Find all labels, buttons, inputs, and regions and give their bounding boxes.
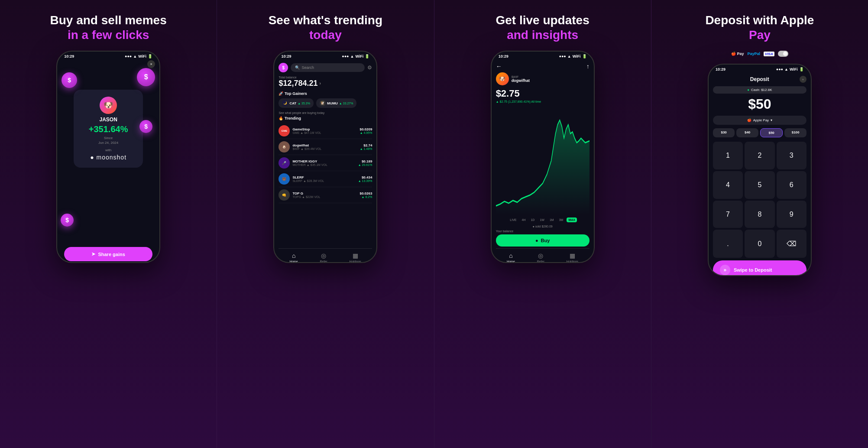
mother-price: $0.189 ▲ 20.61% <box>358 159 372 166</box>
coin-change: ▲ $2.75 (1,237,890.41%) All time <box>496 100 589 103</box>
preset-50[interactable]: $50 <box>760 128 783 137</box>
search-input[interactable]: 🔍 Search <box>291 63 365 72</box>
phone4-content: Deposit × ● Cash: $12.8K $50 🍎 Apple Pay… <box>709 72 811 276</box>
gains-card: 🐶 JASON +351.64% Since Jun 24, 2024 with… <box>74 90 143 168</box>
back-icon[interactable]: ← <box>496 63 502 70</box>
coin-bottom-left: $ <box>61 214 74 227</box>
topg-price: $0.0263 ▲ 8.2% <box>360 192 372 198</box>
num-8[interactable]: 8 <box>745 201 774 228</box>
phone1: 10:29 ●●● ▲ WiFi 🔋 $ $ $ $ × <box>56 51 160 263</box>
gainer-chip-mumu[interactable]: 🐮 MUMU ▲ 33.27% <box>316 98 357 108</box>
cash-dot-icon: ● <box>747 88 749 92</box>
phone1-time: 10:29 <box>64 54 74 58</box>
panel1-title-line1: Buy and sell memes <box>50 13 167 27</box>
phone1-notch <box>91 52 126 59</box>
gains-with-label: with <box>84 148 133 152</box>
trend-item-slerf[interactable]: 🐻 SLERF SLERF ▲ $28.3M VOL $0.434 ▲ 13.3… <box>279 171 372 187</box>
phone4-notch <box>742 65 777 72</box>
panel2-title-line2: today <box>309 28 342 42</box>
tab-4h[interactable]: 4H <box>520 218 528 222</box>
tab-1d[interactable]: 1D <box>529 218 536 222</box>
num-dot[interactable]: . <box>713 230 743 258</box>
num-3[interactable]: 3 <box>777 142 806 169</box>
num-0[interactable]: 0 <box>745 230 774 258</box>
num-6[interactable]: 6 <box>777 171 806 199</box>
swipe-arrow-icon: » <box>720 265 730 275</box>
coin-name: dogwifhat <box>512 78 530 83</box>
balance-section: Total balance $12,784.21 › <box>279 76 372 88</box>
tab-holdings-2[interactable]: ▦ Holdings <box>350 252 361 263</box>
search-bar: $ 🔍 Search ⚙ <box>279 63 372 72</box>
deposit-close-button[interactable]: × <box>800 76 806 83</box>
top-gainers-title: 🚀 Top Gainers <box>279 91 372 96</box>
tab-max[interactable]: MAX <box>567 218 577 222</box>
phone3-time: 10:29 <box>499 54 508 58</box>
panel4-title: Deposit with Apple Pay <box>699 13 820 42</box>
num-5[interactable]: 5 <box>745 171 774 199</box>
refer-icon-3: ◎ <box>538 252 543 259</box>
panel4-title-text: Deposit with Apple Pay <box>705 13 814 42</box>
gains-since-label: Since <box>84 136 133 140</box>
preset-30[interactable]: $30 <box>713 128 735 137</box>
tab-home-2[interactable]: ⌂ Home <box>290 252 298 263</box>
swipe-to-deposit-button[interactable]: » Swipe to Deposit <box>713 260 806 276</box>
coin-top-left: $ <box>62 72 77 88</box>
tab-home-3[interactable]: ⌂ Home <box>507 252 515 263</box>
num-1[interactable]: 1 <box>713 142 743 169</box>
refer-icon: ◎ <box>321 252 326 259</box>
tab-refer-2[interactable]: ◎ Refer <box>320 252 327 263</box>
tab-3m[interactable]: 3M <box>557 218 565 222</box>
phone1-close[interactable]: × <box>147 60 155 68</box>
buy-button[interactable]: ● Buy <box>496 234 589 247</box>
trend-item-topg[interactable]: 👊 TOP G TOPG ▲ $22M VOL $0.0263 ▲ 8.2% <box>279 187 372 203</box>
phone4-status-icons: ●●● ▲ WiFi 🔋 <box>776 67 804 71</box>
num-9[interactable]: 9 <box>777 201 806 228</box>
preset-40[interactable]: $40 <box>736 128 758 137</box>
tab-bar-3: ⌂ Home ◎ Refer ▦ Holdings <box>496 248 589 263</box>
sold-label: ● sold $280.09 <box>496 225 589 228</box>
backspace-button[interactable]: ⌫ <box>777 230 806 258</box>
panel-deposit: Deposit with Apple Pay 🍎 Pay PayPal VISA… <box>651 0 868 448</box>
cash-badge: ● Cash: $12.8K <box>713 86 806 94</box>
coin-header: 🐶 $WIF dogwifhat <box>496 72 589 85</box>
tab-holdings-3[interactable]: ▦ Holdings <box>567 252 578 263</box>
chevron-down-icon: ▾ <box>771 118 772 122</box>
tab-1m[interactable]: 1M <box>548 218 556 222</box>
num-4[interactable]: 4 <box>713 171 743 199</box>
tab-refer-3[interactable]: ◎ Refer <box>537 252 544 263</box>
phone2-time: 10:29 <box>281 54 291 58</box>
gainer-chip-cat[interactable]: 🌙 CAT ▲ 35.3% <box>279 98 314 108</box>
gains-since-date: Jun 24, 2024 <box>84 141 133 145</box>
tab-1w[interactable]: 1W <box>538 218 546 222</box>
paypal-icon: PayPal <box>748 52 761 56</box>
trend-item-mother[interactable]: 🎤 MOTHER IGGY MOTHER ▲ $35.1M VOL $0.189… <box>279 155 372 171</box>
deposit-title: Deposit <box>720 76 800 82</box>
settings-icon[interactable]: ⚙ <box>367 65 372 71</box>
cat-icon: 🌙 <box>282 100 288 106</box>
trend-item-dogwifhat[interactable]: 🐶 dogwifhat $WIF ▲ $39.4M VOL $2.74 ▲ 1.… <box>279 139 372 155</box>
share-gains-button[interactable]: ➤ Share gains <box>64 247 152 261</box>
panel-buy-sell: Buy and sell memes in a few clicks 10:29… <box>0 0 217 448</box>
num-2[interactable]: 2 <box>745 142 774 169</box>
mother-logo: 🎤 <box>279 157 290 169</box>
panel2-title-line1: See what's trending <box>269 13 382 27</box>
panel3-title-line2: and insights <box>507 28 578 42</box>
coin-avatar: 🐶 <box>496 72 509 85</box>
app-logo-icon: $ <box>279 63 288 72</box>
payment-icons-row: 🍎 Pay PayPal VISA <box>731 51 788 57</box>
pay-method-selector[interactable]: 🍎 Apple Pay ▾ <box>713 116 806 125</box>
trend-item-gamestop[interactable]: GME GameStop GME ▲ $47.1M VOL $0.0209 ▲ … <box>279 123 372 139</box>
phone2: 10:29 ●●● ▲ WiFi 🔋 $ 🔍 Search ⚙ Total ba… <box>273 51 377 263</box>
time-tabs: LIVE 4H 1D 1W 1M 3M MAX <box>496 218 589 222</box>
top-gainers-section: 🚀 Top Gainers 🌙 CAT ▲ 35.3% 🐮 MUMU ▲ 33.… <box>279 91 372 108</box>
preset-100[interactable]: $100 <box>784 128 806 137</box>
search-placeholder: Search <box>301 65 314 70</box>
num-7[interactable]: 7 <box>713 201 743 228</box>
balance-label: Total balance <box>279 76 372 79</box>
gainer-chips: 🌙 CAT ▲ 35.3% 🐮 MUMU ▲ 33.27% <box>279 98 372 108</box>
tab-live[interactable]: LIVE <box>508 218 518 222</box>
balance-arrow-icon: › <box>319 81 321 86</box>
balance-amount: $12,784.21 › <box>279 79 372 88</box>
toggle-icon[interactable] <box>778 51 788 57</box>
share-icon-p3[interactable]: ↑ <box>586 63 589 70</box>
